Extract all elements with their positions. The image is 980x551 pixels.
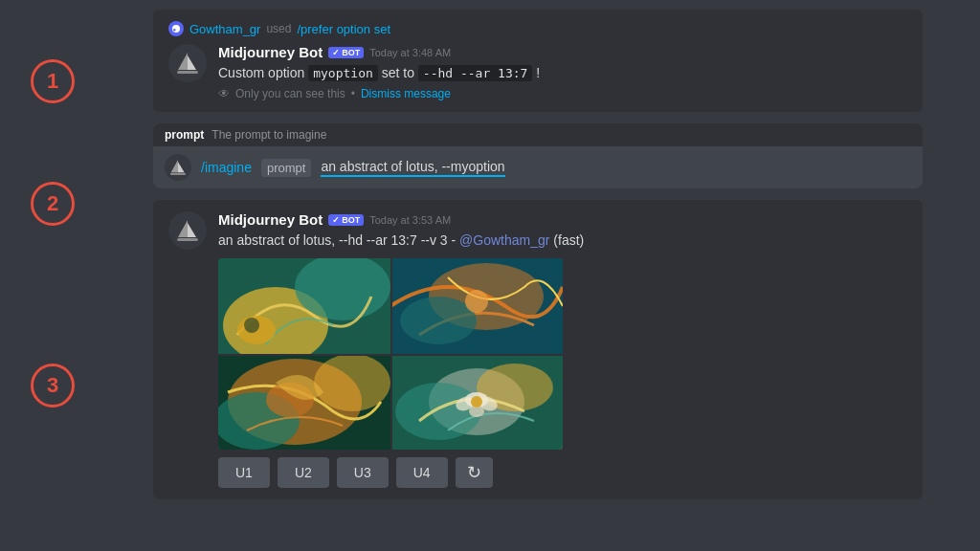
eye-icon: 👁 bbox=[218, 87, 230, 100]
system-line: ● Gowtham_gr used /prefer option set bbox=[168, 21, 907, 36]
discord-icon: ● bbox=[168, 21, 184, 36]
svg-point-15 bbox=[244, 318, 259, 333]
command-text: /imagine bbox=[201, 160, 252, 175]
svg-marker-2 bbox=[178, 53, 188, 70]
message-content-3: Midjourney Bot ✓ BOT Today at 3:53 AM an… bbox=[218, 211, 907, 488]
action-buttons: U1 U2 U3 U4 ↻ bbox=[218, 457, 907, 488]
system-username: Gowtham_gr bbox=[189, 22, 260, 36]
step-2-circle: 2 bbox=[31, 182, 75, 226]
svg-rect-7 bbox=[170, 173, 186, 175]
input-block: prompt The prompt to imagine /imagine pr… bbox=[153, 123, 923, 188]
image-cell-3 bbox=[218, 354, 390, 450]
input-value[interactable]: an abstract of lotus, --myoption bbox=[321, 159, 504, 177]
svg-point-18 bbox=[400, 297, 477, 344]
timestamp-3: Today at 3:53 AM bbox=[369, 214, 451, 226]
input-row: /imagine prompt an abstract of lotus, --… bbox=[153, 146, 923, 188]
u2-button[interactable]: U2 bbox=[278, 457, 329, 488]
svg-text:●: ● bbox=[173, 27, 177, 33]
bot-name-1: Midjourney Bot bbox=[218, 44, 323, 60]
svg-marker-5 bbox=[171, 160, 178, 172]
image-cell-1 bbox=[218, 258, 390, 354]
bot-name-3: Midjourney Bot bbox=[218, 211, 323, 228]
svg-point-27 bbox=[395, 383, 481, 440]
message-header-1: Midjourney Bot ✓ BOT Today at 3:48 AM bbox=[218, 44, 907, 60]
svg-marker-6 bbox=[178, 162, 185, 172]
u4-button[interactable]: U4 bbox=[396, 457, 448, 488]
avatar-1 bbox=[168, 44, 207, 82]
input-hint: prompt The prompt to imagine bbox=[153, 123, 923, 146]
input-avatar bbox=[165, 154, 191, 181]
svg-rect-4 bbox=[177, 71, 198, 74]
svg-marker-8 bbox=[178, 220, 188, 237]
svg-marker-3 bbox=[188, 55, 196, 70]
message-block-1: ● Gowtham_gr used /prefer option set Mid… bbox=[153, 10, 923, 112]
message-block-3: Midjourney Bot ✓ BOT Today at 3:53 AM an… bbox=[153, 200, 923, 499]
image-cell-2 bbox=[390, 258, 563, 354]
main-content: ● Gowtham_gr used /prefer option set Mid… bbox=[0, 0, 980, 551]
avatar-3 bbox=[168, 211, 207, 250]
refresh-button[interactable]: ↻ bbox=[456, 457, 493, 488]
system-command: /prefer option set bbox=[297, 22, 390, 36]
bot-badge-1: ✓ BOT bbox=[328, 47, 364, 58]
u1-button[interactable]: U1 bbox=[218, 457, 270, 488]
message-content-1: Midjourney Bot ✓ BOT Today at 3:48 AM Cu… bbox=[218, 44, 907, 100]
image-cell-4 bbox=[390, 354, 563, 450]
message-row-3: Midjourney Bot ✓ BOT Today at 3:53 AM an… bbox=[168, 211, 907, 488]
message-row-1: Midjourney Bot ✓ BOT Today at 3:48 AM Cu… bbox=[168, 44, 907, 100]
timestamp-1: Today at 3:48 AM bbox=[369, 47, 451, 58]
step-1-circle: 1 bbox=[31, 59, 75, 103]
value-code: --hd --ar 13:7 bbox=[418, 65, 533, 81]
dismiss-link[interactable]: Dismiss message bbox=[361, 87, 451, 100]
message-body-3: an abstract of lotus, --hd --ar 13:7 --v… bbox=[218, 232, 584, 248]
message-header-3: Midjourney Bot ✓ BOT Today at 3:53 AM bbox=[218, 211, 907, 228]
prompt-label: prompt bbox=[261, 159, 311, 177]
only-you-line: 👁 Only you can see this • Dismiss messag… bbox=[218, 87, 907, 100]
message-text-1: Custom option myoption set to --hd --ar … bbox=[218, 63, 907, 83]
refresh-icon: ↻ bbox=[467, 462, 481, 483]
svg-point-19 bbox=[465, 290, 488, 313]
checkmark-icon: ✓ bbox=[332, 48, 340, 57]
step-3-circle: 3 bbox=[31, 364, 75, 408]
image-container bbox=[218, 258, 563, 450]
myoption-code: myoption bbox=[308, 65, 378, 81]
svg-point-33 bbox=[471, 396, 482, 408]
mention: @Gowtham_gr bbox=[459, 232, 549, 248]
svg-rect-10 bbox=[177, 238, 198, 241]
system-action: used bbox=[266, 22, 291, 35]
message-text-3: an abstract of lotus, --hd --ar 13:7 --v… bbox=[218, 231, 907, 251]
grid-line-horizontal bbox=[218, 354, 563, 356]
bot-badge-3: ✓ BOT bbox=[328, 214, 364, 226]
hint-text: The prompt to imagine bbox=[212, 128, 326, 142]
svg-marker-9 bbox=[188, 223, 196, 237]
u3-button[interactable]: U3 bbox=[337, 457, 389, 488]
hint-label: prompt bbox=[165, 128, 204, 142]
checkmark-icon-3: ✓ bbox=[332, 215, 340, 225]
